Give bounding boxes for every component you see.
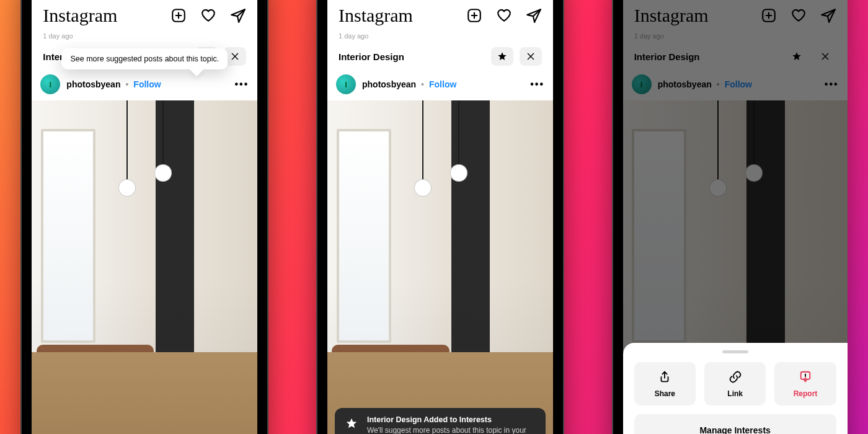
svg-marker-22 (347, 418, 357, 428)
interest-added-toast: Interior Design Added to Interests We'll… (335, 408, 546, 434)
toast-title: Interior Design Added to Interests (367, 415, 537, 424)
suggested-topic-tooltip: See more suggested posts about this topi… (61, 48, 228, 69)
manage-interests-button[interactable]: Manage Interests (634, 414, 836, 434)
svg-marker-19 (498, 52, 507, 60)
report-button[interactable]: Report (774, 362, 836, 405)
author-avatar[interactable]: I (40, 74, 60, 94)
post-header: I photosbyean • Follow ••• (32, 71, 257, 100)
post-image[interactable] (327, 100, 553, 434)
sheet-grabber[interactable] (722, 350, 748, 353)
tooltip-text: See more suggested posts about this topi… (70, 55, 219, 63)
dismiss-topic-button[interactable] (520, 47, 542, 66)
instagram-wordmark: Instagram (339, 5, 413, 26)
topic-row: Interior Design (327, 41, 553, 71)
svg-point-37 (805, 378, 805, 378)
post-image[interactable] (32, 100, 257, 434)
screen-3: 12:34 Instagram 1 day ago Interior Desig… (623, 0, 848, 434)
separator-dot: • (421, 79, 424, 89)
toast-body: We'll suggest more posts about this topi… (367, 425, 537, 434)
link-icon (728, 370, 742, 386)
phone-frame-1: 12:34 Instagram (20, 0, 268, 434)
messages-send-icon[interactable] (526, 7, 542, 24)
screen-2: 12:34 Instagram (327, 0, 553, 434)
link-button[interactable]: Link (704, 362, 766, 405)
manage-interests-label: Manage Interests (699, 425, 770, 434)
new-post-icon[interactable] (466, 7, 482, 24)
instagram-wordmark: Instagram (43, 5, 117, 26)
status-bar: 12:34 (327, 0, 553, 2)
link-label: Link (727, 389, 743, 398)
status-bar: 12:34 (32, 0, 257, 2)
share-icon (658, 370, 671, 386)
post-age-label: 1 day ago (32, 31, 257, 41)
action-sheet: Share Link Report Manage Interests (623, 343, 848, 434)
post-header: I photosbyean • Follow ••• (327, 71, 553, 100)
topic-title: Interior Design (339, 51, 404, 62)
report-icon (799, 370, 812, 386)
star-icon (343, 415, 360, 432)
share-label: Share (655, 389, 675, 398)
messages-send-icon[interactable] (230, 7, 246, 24)
follow-button[interactable]: Follow (429, 79, 456, 89)
marketing-stage: 12:34 Instagram (0, 0, 868, 434)
activity-heart-icon[interactable] (496, 7, 512, 24)
follow-button[interactable]: Follow (133, 79, 161, 89)
app-header: Instagram (327, 2, 553, 31)
phone-frame-3: 12:34 Instagram 1 day ago Interior Desig… (612, 0, 848, 434)
author-username[interactable]: photosbyean (66, 79, 120, 89)
screen-1: 12:34 Instagram (32, 0, 257, 434)
app-header: Instagram (32, 2, 257, 31)
post-more-button[interactable]: ••• (235, 79, 249, 90)
new-post-icon[interactable] (170, 7, 187, 24)
post-age-label: 1 day ago (327, 31, 553, 41)
author-avatar[interactable]: I (336, 74, 356, 94)
share-button[interactable]: Share (634, 362, 696, 405)
interest-star-button-active[interactable] (491, 47, 513, 66)
activity-heart-icon[interactable] (200, 7, 216, 24)
report-label: Report (794, 389, 818, 398)
phone-frame-2: 12:34 Instagram (316, 0, 564, 434)
separator-dot: • (125, 79, 128, 89)
author-username[interactable]: photosbyean (362, 79, 416, 89)
post-more-button[interactable]: ••• (530, 79, 544, 90)
